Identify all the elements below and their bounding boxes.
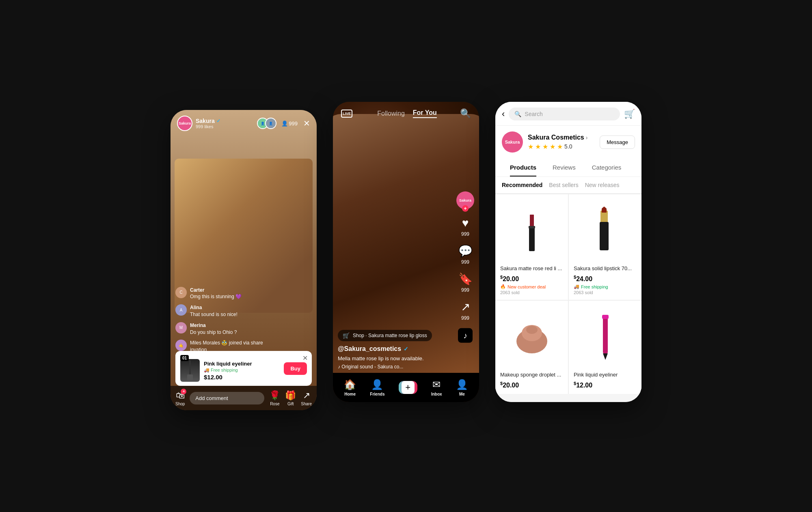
video-description: Mella matte rose lip is now available. <box>338 355 451 362</box>
create-plus-button[interactable]: + <box>399 381 417 394</box>
product-sold-2: 2063 sold <box>574 290 637 295</box>
shop-banner[interactable]: 🛒 Shop · Sakura matte rose lip gloss <box>338 330 432 341</box>
comment-avatar: C <box>175 287 187 298</box>
product-sold-1: 2063 sold <box>500 290 563 295</box>
shop-arrow-icon: › <box>586 134 588 141</box>
bookmark-action[interactable]: 🔖 999 <box>458 272 473 293</box>
message-button[interactable]: Message <box>600 136 635 149</box>
search-bar[interactable]: 🔍 Search <box>509 108 620 120</box>
friends-nav-button[interactable]: 👤 Friends <box>370 379 384 396</box>
svg-rect-6 <box>600 222 609 250</box>
product-image-1 <box>500 199 563 262</box>
verified-badge: ✓ <box>216 118 220 124</box>
close-product-card-button[interactable]: ✕ <box>302 354 308 362</box>
recommended-sub-tab[interactable]: Recommended <box>502 182 542 188</box>
share-action[interactable]: ↗ Share <box>301 390 312 406</box>
product-card-2[interactable]: Sakura solid lipstick 70... $24.00 🚚 Fre… <box>569 194 641 300</box>
shop-details: Sakura Cosmetics › ★ ★ ★ ★ ★ 5.0 <box>528 134 595 151</box>
shop-rating: ★ ★ ★ ★ ★ 5.0 <box>528 143 595 151</box>
star-3: ★ <box>542 143 548 151</box>
friends-label: Friends <box>370 392 384 396</box>
product-name-1: Sakura matte rose red li ... <box>500 265 563 272</box>
like-action[interactable]: ♥ 999 <box>461 217 469 237</box>
product-image-2 <box>574 199 637 262</box>
svg-rect-3 <box>530 215 534 228</box>
creator-follow-action[interactable]: Sakura + <box>456 191 474 209</box>
for-you-header: LIVE Following For You 🔍 <box>333 102 479 124</box>
product-card: 01 Pink liquid eyeliner 🚚 Free shipping … <box>175 351 312 386</box>
gift-icon: 🎁 <box>285 390 296 401</box>
product-price-1: $20.00 <box>500 275 563 283</box>
best-sellers-sub-tab[interactable]: Best sellers <box>549 182 578 188</box>
cart-icon[interactable]: 🛒 <box>624 109 635 119</box>
sound-info: ♪ Original sound - Sakura co... <box>338 364 451 370</box>
home-icon: 🏠 <box>344 379 356 390</box>
search-icon[interactable]: 🔍 <box>460 108 471 119</box>
shop-name: Sakura Cosmetics › <box>528 134 595 141</box>
viewer-avatars: 👤 👤 <box>257 118 276 129</box>
comment-avatar: M <box>175 322 187 333</box>
share-label: Share <box>301 402 312 406</box>
svg-marker-14 <box>603 353 608 360</box>
share-icon: ↗ <box>303 390 310 401</box>
share-action[interactable]: ↗ 999 <box>461 300 470 321</box>
product-card-3[interactable]: Makeup sponge droplet ... $20.00 <box>495 301 568 394</box>
creator-avatar: Sakura + <box>456 191 474 209</box>
create-nav-button[interactable]: + <box>399 381 417 394</box>
product-name-3: Makeup sponge droplet ... <box>500 372 563 379</box>
buy-button[interactable]: Buy <box>284 362 307 375</box>
product-card-4[interactable]: Pink liquid eyeliner $12.00 <box>569 301 641 394</box>
reviews-tab[interactable]: Reviews <box>544 158 584 176</box>
comment-item: M Merina Do you ship to Ohio ? <box>175 322 273 336</box>
star-2: ★ <box>535 143 541 151</box>
close-live-button[interactable]: ✕ <box>303 118 310 128</box>
me-label: Me <box>459 392 465 396</box>
bookmark-count: 999 <box>461 287 469 293</box>
shop-label: Shop <box>175 402 185 406</box>
product-name-4: Pink liquid eyeliner <box>574 372 637 379</box>
live-icon: LIVE <box>341 110 352 118</box>
back-button[interactable]: ‹ <box>502 109 505 119</box>
product-card-1[interactable]: Sakura matte rose red li ... $20.00 🔥 Ne… <box>495 194 568 300</box>
product-number: 01 <box>180 355 189 361</box>
search-placeholder: Search <box>525 111 542 117</box>
shop-header: ‹ 🔍 Search 🛒 <box>495 102 641 126</box>
svg-point-11 <box>526 326 538 334</box>
home-label: Home <box>344 392 356 396</box>
comment-icon: 💬 <box>458 244 473 258</box>
comment-text: Alina That sound is so nice! <box>190 304 238 318</box>
bottom-navigation: 🏠 Home 👤 Friends + ✉ Inbox 👤 <box>333 373 479 402</box>
tiktok-disc-action: ♪ <box>458 328 473 343</box>
star-1: ★ <box>528 143 533 151</box>
product-image-3 <box>500 305 563 368</box>
rose-action[interactable]: 🌹 Rose <box>269 390 280 406</box>
live-header: Sakura Sakura ✓ 999 likes 👤 � <box>171 110 317 135</box>
categories-tab[interactable]: Categories <box>584 158 630 176</box>
live-stream-background: Sakura Sakura ✓ 999 likes 👤 � <box>171 110 317 410</box>
like-count: 999 <box>461 231 469 237</box>
shop-icon-action[interactable]: 🛍 4 Shop <box>175 390 185 406</box>
products-tab[interactable]: Products <box>502 158 544 176</box>
comment-action[interactable]: 💬 999 <box>458 244 473 265</box>
shop-info: Sakura Sakura Cosmetics › ★ ★ ★ ★ ★ 5.0 <box>495 126 641 158</box>
phone-for-you: LIVE Following For You 🔍 Sakura + <box>333 102 479 402</box>
product-info: Pink liquid eyeliner 🚚 Free shipping $12… <box>204 361 284 381</box>
creator-username: @Sakura_cosmetics ✓ <box>338 345 451 353</box>
streamer-avatar: Sakura <box>177 116 192 131</box>
new-releases-sub-tab[interactable]: New releases <box>585 182 620 188</box>
inbox-nav-button[interactable]: ✉ Inbox <box>431 379 442 396</box>
following-tab[interactable]: Following <box>377 110 405 117</box>
comment-count: 999 <box>461 259 469 265</box>
me-nav-button[interactable]: 👤 Me <box>456 379 468 396</box>
home-nav-button[interactable]: 🏠 Home <box>344 379 356 396</box>
product-price-4: $12.00 <box>574 381 637 389</box>
live-bottom-bar: 🛍 4 Shop Add comment 🌹 Rose 🎁 Gift ↗ <box>171 386 317 410</box>
for-you-tab[interactable]: For You <box>413 109 437 118</box>
for-you-background: LIVE Following For You 🔍 Sakura + <box>333 102 479 402</box>
friends-icon: 👤 <box>371 379 383 390</box>
add-comment-input[interactable]: Add comment <box>190 392 264 404</box>
comments-section: C Carter Omg this is stunning 💜 A Alina … <box>175 287 273 357</box>
product-name: Pink liquid eyeliner <box>204 361 284 367</box>
viewer-avatar-2: 👤 <box>265 118 276 129</box>
gift-action[interactable]: 🎁 Gift <box>285 390 296 406</box>
